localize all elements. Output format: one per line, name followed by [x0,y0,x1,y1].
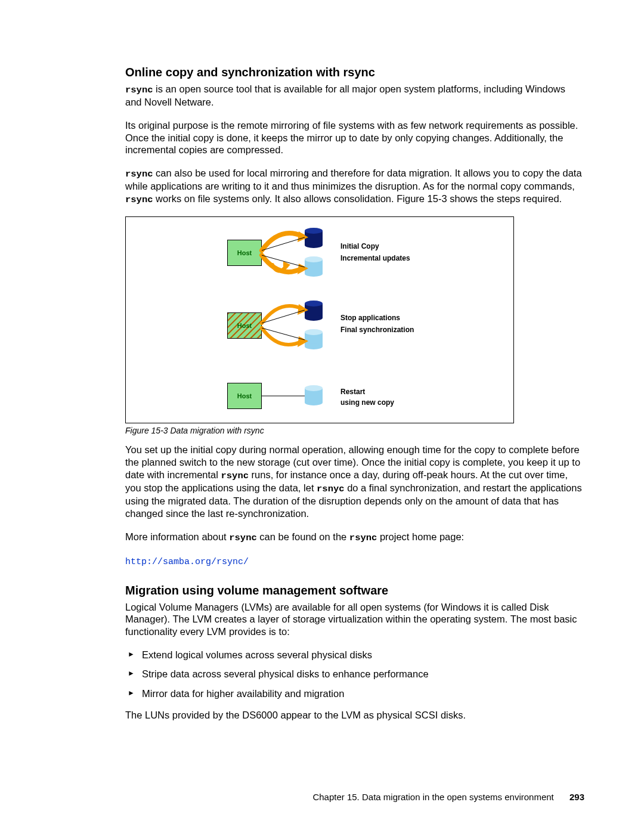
figure-label: Final synchronization [340,326,414,334]
host-box: Host [227,240,262,266]
text: is an open source tool that is available… [125,83,565,107]
rsync-homepage-link[interactable]: http://samba.org/rsync/ [125,557,249,567]
figure-caption: Figure 15-3 Data migration with rsync [125,426,584,435]
code-rsync: rsync [125,169,153,179]
paragraph: You set up the initial copy during norma… [125,444,584,519]
svg-marker-0 [298,231,308,242]
svg-marker-1 [298,264,308,274]
arrow-icon [262,302,315,355]
page-number: 293 [569,792,584,802]
page: Online copy and synchronization with rsy… [0,0,644,833]
figure-label: Incremental updates [340,254,410,262]
host-label: Host [237,322,252,329]
figure-label: using new copy [340,398,394,407]
code-rsync: rsync [125,85,153,95]
code-rsnyc: rsnyc [317,484,345,494]
paragraph: rsync can also be used for local mirrori… [125,167,584,206]
host-box: Host [227,383,262,409]
list-item: Extend logical volumes across several ph… [125,649,584,661]
line-icon [262,390,315,402]
arrow-icon [262,229,315,283]
figure-box: Host Initial Copy Incremental updates Ho… [125,216,514,423]
list-item: Stripe data across several physical disk… [125,668,584,680]
code-rsync: rsync [125,194,153,205]
text: can be found on the [257,531,349,542]
paragraph: rsync is an open source tool that is ava… [125,83,584,109]
link-paragraph: http://samba.org/rsync/ [125,555,584,568]
chapter-label: Chapter 15. Data migration in the open s… [312,792,553,802]
paragraph: More information about rsync can be foun… [125,531,584,544]
paragraph: The LUNs provided by the DS6000 appear t… [125,709,584,721]
heading-lvm: Migration using volume management softwa… [125,584,584,597]
code-rsync: rsync [221,470,249,481]
list-item: Mirror data for higher availability and … [125,688,584,700]
figure-label: Stop applications [340,314,400,322]
text: More information about [125,531,229,542]
code-rsync: rsync [229,532,257,543]
bullet-list: Extend logical volumes across several ph… [125,649,584,700]
paragraph: Its original purpose is the remote mirro… [125,119,584,156]
paragraph: Logical Volume Managers (LVMs) are avail… [125,601,584,638]
text: project home page: [377,531,464,542]
svg-marker-8 [298,304,308,315]
code-rsync: rsync [349,532,377,543]
host-box-hatched: Host [227,312,262,339]
heading-rsync: Online copy and synchronization with rsy… [125,66,584,79]
text: can also be used for local mirroring and… [125,168,582,191]
figure-label: Restart [340,388,365,396]
svg-marker-9 [298,336,308,347]
figure-label: Initial Copy [340,242,379,250]
text: works on file systems only. It also allo… [153,193,562,204]
page-footer: Chapter 15. Data migration in the open s… [312,792,584,802]
